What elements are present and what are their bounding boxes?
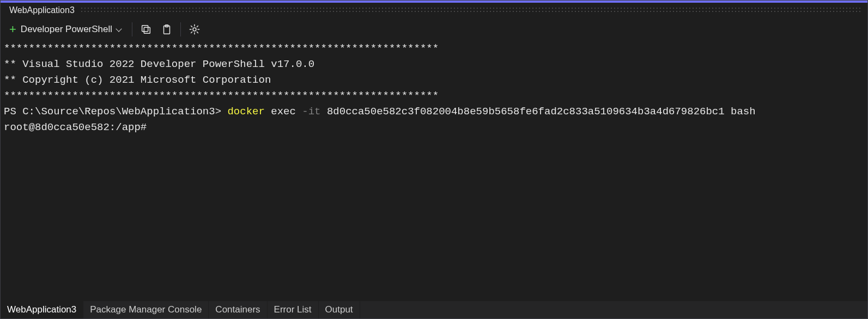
terminal-toolbar: + Developer PowerShell: [1, 18, 867, 41]
copy-icon: [140, 23, 152, 35]
ps-prompt: PS C:\Source\Repos\WebApplication3>: [4, 106, 227, 118]
bottom-tab-strip: WebApplication3 Package Manager Console …: [1, 301, 867, 318]
tab-package-manager-console[interactable]: Package Manager Console: [83, 301, 209, 318]
svg-point-4: [193, 28, 196, 31]
container-prompt: root@8d0cca50e582:/app#: [4, 121, 147, 133]
copy-button[interactable]: [139, 22, 153, 36]
svg-line-9: [191, 26, 192, 27]
clipboard-icon: [161, 23, 173, 35]
terminal-output[interactable]: ****************************************…: [1, 41, 867, 301]
banner-line-1: ** Visual Studio 2022 Developer PowerShe…: [4, 58, 314, 70]
plus-icon: +: [9, 23, 16, 35]
svg-rect-1: [142, 26, 148, 32]
shell-label: Developer PowerShell: [21, 24, 112, 35]
drag-grip[interactable]: [80, 7, 862, 14]
chevron-down-icon: [117, 27, 122, 32]
cmd-exec: exec: [265, 106, 302, 118]
cmd-rest: 8d0cca50e582c3f082004b8e59b5658fe6fad2c8…: [321, 106, 756, 118]
banner-divider: ****************************************…: [4, 42, 439, 54]
svg-rect-0: [144, 27, 150, 33]
cmd-flag: -it: [302, 106, 320, 118]
paste-button[interactable]: [160, 22, 174, 36]
banner-line-2: ** Copyright (c) 2021 Microsoft Corporat…: [4, 74, 271, 86]
cmd-docker: docker: [227, 106, 264, 118]
settings-button[interactable]: [187, 22, 202, 36]
tab-output[interactable]: Output: [319, 301, 360, 318]
new-shell-dropdown[interactable]: + Developer PowerShell: [6, 21, 125, 38]
svg-line-12: [197, 26, 198, 27]
toolbar-separator: [132, 22, 132, 36]
title-bar[interactable]: WebApplication3: [1, 3, 867, 18]
tab-containers[interactable]: Containers: [209, 301, 267, 318]
banner-divider: ****************************************…: [4, 90, 439, 102]
terminal-panel: WebApplication3 + Developer PowerShell: [0, 0, 868, 319]
svg-line-10: [197, 32, 198, 33]
panel-title: WebApplication3: [6, 5, 78, 16]
gear-icon: [189, 23, 201, 35]
toolbar-separator: [180, 22, 181, 36]
tab-error-list[interactable]: Error List: [268, 301, 319, 318]
tab-webapplication3[interactable]: WebApplication3: [1, 301, 83, 318]
svg-line-11: [191, 32, 192, 33]
